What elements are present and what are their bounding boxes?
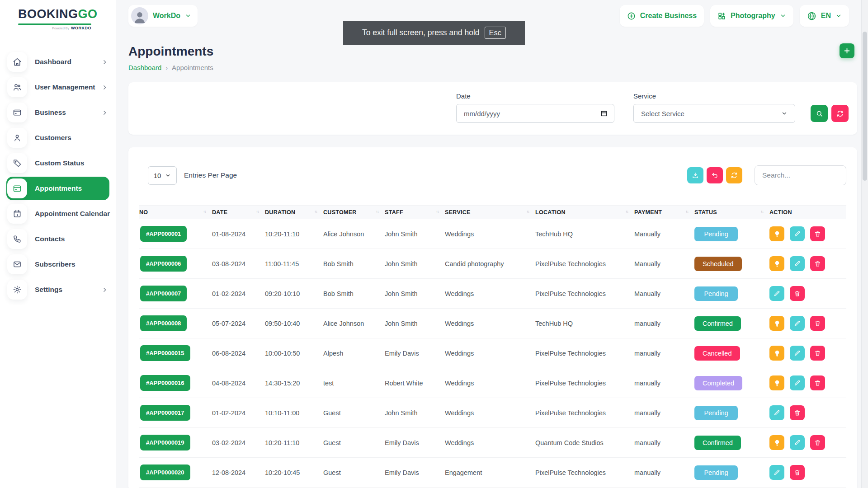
cell-date: 03-02-2024 <box>212 428 265 458</box>
column-header-payment[interactable]: PAYMENT↑↓ <box>634 206 694 219</box>
table-row: #APP0000020 12-08-2024 10:20-10:45 Guest… <box>139 458 846 488</box>
cell-payment: manually <box>634 338 694 368</box>
appointment-no-badge[interactable]: #APP000007 <box>140 286 187 301</box>
language-label: EN <box>821 12 831 20</box>
appointment-no-badge[interactable]: #APP0000016 <box>140 375 190 391</box>
appointment-no-badge[interactable]: #APP000006 <box>140 256 187 272</box>
tag-icon <box>7 153 27 173</box>
appointment-no-badge[interactable]: #APP0000017 <box>140 405 190 421</box>
insight-bulb-button[interactable] <box>769 375 784 390</box>
column-header-staff[interactable]: STAFF↑↓ <box>385 206 445 219</box>
edit-button[interactable] <box>790 375 805 390</box>
toast-message: To exit full screen, press and hold <box>362 28 480 38</box>
create-business-button[interactable]: Create Business <box>620 5 704 27</box>
trash-icon <box>814 350 821 357</box>
edit-button[interactable] <box>790 316 805 331</box>
column-header-status[interactable]: STATUS↑↓ <box>694 206 769 219</box>
chevron-down-icon <box>835 13 842 19</box>
sidebar-item-custom-status[interactable]: Custom Status <box>0 150 116 176</box>
column-header-date[interactable]: DATE↑↓ <box>212 206 265 219</box>
insight-bulb-button[interactable] <box>769 226 784 241</box>
business-type-dropdown[interactable]: Photography <box>710 5 793 27</box>
scrollbar-thumb[interactable] <box>863 32 867 181</box>
chevron-right-icon <box>102 59 108 65</box>
table-search-input[interactable] <box>755 165 846 185</box>
appointment-no-badge[interactable]: #APP0000015 <box>140 345 190 361</box>
appointment-no-badge[interactable]: #APP0000019 <box>140 435 190 450</box>
edit-button[interactable] <box>790 346 805 361</box>
column-header-customer[interactable]: CUSTOMER↑↓ <box>323 206 385 219</box>
column-header-no[interactable]: NO↑↓ <box>139 206 212 219</box>
edit-button[interactable] <box>769 465 784 480</box>
edit-button[interactable] <box>769 405 784 420</box>
insight-bulb-button[interactable] <box>769 346 784 361</box>
insight-bulb-button[interactable] <box>769 435 784 450</box>
date-filter-input[interactable]: mm/dd/yyyy <box>456 104 614 123</box>
column-header-duration[interactable]: DURATION↑↓ <box>265 206 323 219</box>
pencil-icon <box>774 290 780 297</box>
sidebar-item-settings[interactable]: Settings <box>0 277 116 302</box>
entries-per-page-select[interactable]: 10 <box>148 166 177 185</box>
sort-icon: ↑↓ <box>314 209 317 214</box>
fullscreen-exit-toast: To exit full screen, press and hold Esc <box>343 21 525 45</box>
edit-button[interactable] <box>769 286 784 301</box>
pencil-icon <box>774 469 780 476</box>
status-badge: Pending <box>694 227 738 241</box>
sort-icon: ↑↓ <box>760 209 763 214</box>
delete-button[interactable] <box>790 405 805 420</box>
sidebar-item-subscribers[interactable]: Subscribers <box>0 252 116 277</box>
appointment-no-badge[interactable]: #APP000001 <box>140 226 187 242</box>
delete-button[interactable] <box>810 316 825 331</box>
table-controls: 10 Entries Per Page <box>139 165 846 185</box>
edit-button[interactable] <box>790 226 805 241</box>
logo-underline <box>18 23 91 25</box>
refresh-table-button[interactable] <box>726 167 742 183</box>
sort-icon: ↑↓ <box>436 209 439 214</box>
service-filter-select[interactable]: Select Service <box>633 104 795 123</box>
sidebar-item-contacts[interactable]: Contacts <box>0 226 116 252</box>
refresh-icon <box>731 172 738 179</box>
table-row: #APP000001 01-08-2024 10:20-11:10 Alice … <box>139 219 846 249</box>
status-badge: Pending <box>694 465 738 480</box>
filter-search-button[interactable] <box>811 105 828 122</box>
column-header-service[interactable]: SERVICE↑↓ <box>445 206 535 219</box>
delete-button[interactable] <box>810 256 825 271</box>
delete-button[interactable] <box>790 465 805 480</box>
breadcrumb-dashboard-link[interactable]: Dashboard <box>128 64 161 71</box>
export-download-button[interactable] <box>687 167 703 183</box>
breadcrumb-current: Appointments <box>172 64 213 71</box>
appointment-no-badge[interactable]: #APP0000020 <box>140 465 190 480</box>
cell-service: Weddings <box>445 219 535 249</box>
sidebar-item-appointment-calendar[interactable]: Appointment Calendar <box>0 201 116 226</box>
sidebar-item-user-management[interactable]: User Management <box>0 75 116 100</box>
cell-customer: Guest <box>323 428 385 458</box>
filter-reset-button[interactable] <box>831 105 849 122</box>
sidebar-item-customers[interactable]: Customers <box>0 125 116 150</box>
entries-per-page-label: Entries Per Page <box>184 171 237 179</box>
edit-button[interactable] <box>790 435 805 450</box>
delete-button[interactable] <box>790 286 805 301</box>
cell-staff: Emily Davis <box>385 338 445 368</box>
plus-icon <box>843 47 851 55</box>
sidebar-item-appointments[interactable]: Appointments <box>0 176 116 201</box>
delete-button[interactable] <box>810 435 825 450</box>
column-header-location[interactable]: LOCATION↑↓ <box>535 206 634 219</box>
delete-button[interactable] <box>810 226 825 241</box>
delete-button[interactable] <box>810 375 825 390</box>
appointment-no-badge[interactable]: #APP000008 <box>140 315 187 331</box>
language-dropdown[interactable]: EN <box>800 5 849 27</box>
workspace-dropdown[interactable]: WorkDo <box>128 5 198 27</box>
delete-button[interactable] <box>810 346 825 361</box>
sidebar-item-business[interactable]: Business <box>0 100 116 125</box>
undo-button[interactable] <box>707 167 723 183</box>
cell-duration: 09:20-10:10 <box>265 279 323 309</box>
cell-duration: 10:00-10:50 <box>265 338 323 368</box>
pencil-icon <box>794 260 801 267</box>
sidebar-item-dashboard[interactable]: Dashboard <box>0 49 116 75</box>
insight-bulb-button[interactable] <box>769 316 784 331</box>
cell-location: Quantum Code Studios <box>535 428 634 458</box>
insight-bulb-button[interactable] <box>769 256 784 271</box>
edit-button[interactable] <box>790 256 805 271</box>
add-appointment-button[interactable] <box>840 43 854 58</box>
browser-scrollbar[interactable] <box>861 0 868 488</box>
